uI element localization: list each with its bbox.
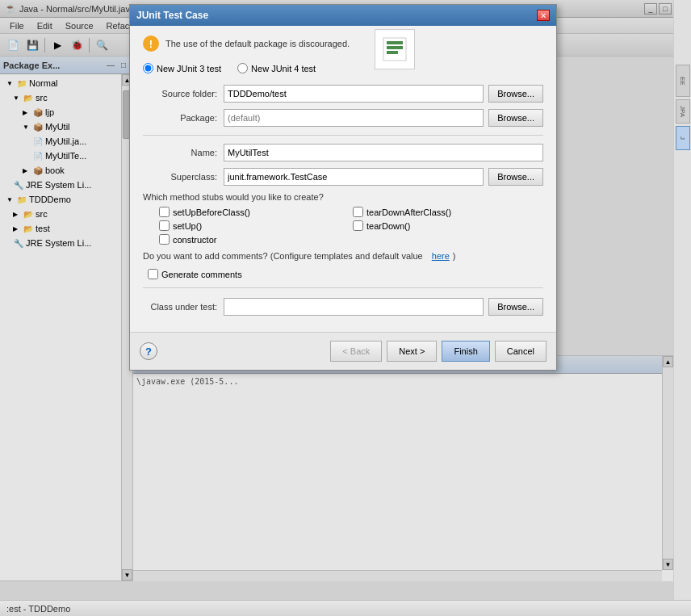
teardown-text: tearDown() bbox=[366, 221, 410, 231]
footer-left: ? bbox=[140, 342, 157, 360]
source-folder-input[interactable] bbox=[224, 85, 484, 103]
footer-buttons: < Back Next > Finish Cancel bbox=[330, 341, 547, 362]
svg-rect-1 bbox=[387, 41, 403, 44]
class-under-test-label: Class under test: bbox=[143, 302, 224, 312]
checkbox-teardown-label[interactable]: tearDown() bbox=[353, 220, 543, 231]
cancel-button[interactable]: Cancel bbox=[495, 341, 547, 362]
checkbox-teardown[interactable] bbox=[353, 220, 363, 231]
source-folder-label: Source folder: bbox=[143, 89, 224, 98]
superclass-browse-btn[interactable]: Browse... bbox=[488, 168, 543, 186]
constructor-text: constructor bbox=[173, 235, 216, 245]
close-paren: ) bbox=[453, 251, 456, 261]
perspective-jpa[interactable]: JPA bbox=[676, 99, 690, 124]
package-row: Package: (default) Browse... bbox=[143, 109, 543, 127]
dialog-overlay: JUnit Test Case ✕ ! The use of the defau… bbox=[0, 0, 691, 616]
separator2 bbox=[143, 287, 543, 288]
method-stubs-label: Which method stubs would you like to cre… bbox=[143, 192, 543, 202]
generate-comments-label[interactable]: Generate comments bbox=[148, 269, 242, 279]
junit3-radio[interactable] bbox=[143, 63, 153, 73]
junit4-radio[interactable] bbox=[237, 63, 248, 73]
superclass-label: Superclass: bbox=[143, 172, 224, 182]
comments-text: Do you want to add comments? (Configure … bbox=[143, 251, 423, 261]
checkbox-teardownafterclass[interactable] bbox=[353, 207, 363, 217]
comments-config-row: Do you want to add comments? (Configure … bbox=[143, 251, 543, 261]
help-button[interactable]: ? bbox=[140, 342, 157, 360]
back-button[interactable]: < Back bbox=[330, 341, 382, 362]
name-input[interactable] bbox=[224, 144, 543, 161]
perspective-bar: EE JPA J bbox=[673, 0, 691, 616]
warning-text: The use of the default package is discou… bbox=[165, 39, 350, 48]
junit-test-case-dialog: JUnit Test Case ✕ ! The use of the defau… bbox=[129, 4, 557, 371]
svg-rect-2 bbox=[387, 46, 403, 49]
junit3-label: New JUnit 3 test bbox=[157, 64, 221, 73]
next-button[interactable]: Next > bbox=[387, 341, 437, 362]
setup-text: setUp() bbox=[173, 221, 202, 231]
warning-icon: ! bbox=[143, 36, 159, 52]
class-under-test-row: Class under test: Browse... bbox=[143, 298, 543, 316]
superclass-row: Superclass: Browse... bbox=[143, 168, 543, 186]
statusbar: :est - TDDDemo bbox=[0, 600, 691, 616]
generate-comments-checkbox[interactable] bbox=[148, 269, 158, 279]
separator1 bbox=[143, 135, 543, 136]
junit4-label: New JUnit 4 test bbox=[251, 64, 316, 73]
dialog-close-button[interactable]: ✕ bbox=[537, 10, 550, 21]
junit3-radio-label[interactable]: New JUnit 3 test bbox=[143, 63, 221, 73]
source-folder-browse-btn[interactable]: Browse... bbox=[488, 85, 543, 103]
generate-comments-text: Generate comments bbox=[161, 270, 242, 279]
junit-logo bbox=[375, 29, 415, 69]
checkbox-constructor[interactable] bbox=[159, 234, 170, 245]
method-stubs-checkboxes: setUpBeforeClass() tearDownAfterClass() … bbox=[143, 207, 543, 245]
teardownafterclass-text: tearDownAfterClass() bbox=[366, 207, 451, 217]
perspective-javaee[interactable]: EE bbox=[676, 65, 690, 97]
checkbox-setupbeforeclass-label[interactable]: setUpBeforeClass() bbox=[159, 207, 350, 217]
class-under-test-browse-btn[interactable]: Browse... bbox=[488, 298, 543, 316]
package-label: Package: bbox=[143, 113, 224, 123]
checkbox-constructor-label[interactable]: constructor bbox=[159, 234, 350, 245]
checkbox-setup[interactable] bbox=[159, 220, 170, 231]
dialog-title: JUnit Test Case bbox=[136, 10, 208, 21]
superclass-input[interactable] bbox=[224, 168, 484, 186]
svg-rect-3 bbox=[387, 51, 398, 54]
dialog-titlebar: JUnit Test Case ✕ bbox=[130, 5, 556, 26]
checkbox-setup-label[interactable]: setUp() bbox=[159, 220, 350, 231]
finish-button[interactable]: Finish bbox=[442, 341, 489, 362]
junit4-radio-label[interactable]: New JUnit 4 test bbox=[237, 63, 316, 73]
dialog-warning: ! The use of the default package is disc… bbox=[143, 36, 543, 52]
junit-icon-svg bbox=[380, 35, 409, 64]
checkbox-setupbeforeclass[interactable] bbox=[159, 207, 170, 217]
package-input[interactable] bbox=[224, 109, 484, 127]
junit-version-selector: New JUnit 3 test New JUnit 4 test bbox=[143, 63, 543, 73]
dialog-body: ! The use of the default package is disc… bbox=[130, 26, 556, 332]
setupbeforeclass-text: setUpBeforeClass() bbox=[173, 207, 250, 217]
here-link[interactable]: here bbox=[432, 251, 450, 261]
perspective-java[interactable]: J bbox=[676, 126, 690, 150]
name-label: Name: bbox=[143, 148, 224, 157]
generate-comments-row: Generate comments bbox=[143, 269, 543, 279]
class-under-test-input[interactable] bbox=[224, 298, 484, 316]
name-row: Name: bbox=[143, 144, 543, 161]
dialog-footer: ? < Back Next > Finish Cancel bbox=[130, 332, 556, 370]
checkbox-teardownafterclass-label[interactable]: tearDownAfterClass() bbox=[353, 207, 543, 217]
source-folder-row: Source folder: Browse... bbox=[143, 85, 543, 103]
package-browse-btn[interactable]: Browse... bbox=[488, 109, 543, 127]
status-text: :est - TDDDemo bbox=[6, 604, 70, 614]
